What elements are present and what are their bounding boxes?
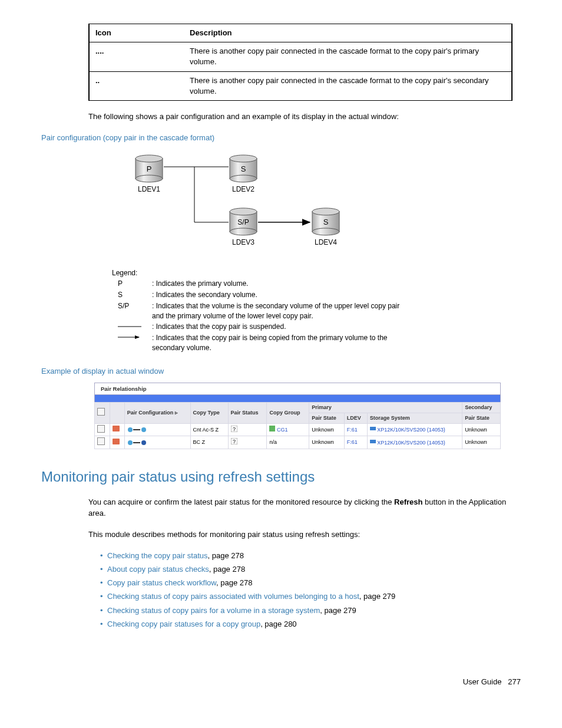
- desc-cell: There is another copy pair connected in …: [184, 42, 512, 71]
- svg-text:LDEV1: LDEV1: [138, 185, 160, 193]
- icon-cell: ....: [89, 42, 184, 71]
- col-icon: [110, 403, 124, 423]
- xref-link[interactable]: Checking copy pair statuses for a copy g…: [107, 620, 260, 628]
- svg-rect-34: [133, 442, 140, 443]
- intro-paragraph: The following shows a pair configuration…: [88, 111, 513, 122]
- page-ref: , page 278: [216, 578, 252, 587]
- svg-point-16: [312, 208, 339, 215]
- xref-link[interactable]: About copy pair status checks: [107, 565, 209, 574]
- section-para-1: You can acquire or confirm the latest pa…: [88, 497, 513, 518]
- list-item: Copy pair status check workflow, page 27…: [100, 578, 521, 588]
- col-pairconf[interactable]: Pair Configuration ▹: [124, 403, 190, 423]
- xref-link[interactable]: Checking status of copy pairs associated…: [107, 592, 359, 601]
- cell-pairconf[interactable]: [124, 423, 190, 436]
- svg-text:LDEV2: LDEV2: [232, 185, 254, 193]
- page-ref: , page 278: [208, 551, 244, 560]
- cell-pairstatus: ?: [228, 436, 267, 449]
- svg-text:S: S: [241, 164, 246, 173]
- col-pairstatus[interactable]: Pair Status: [228, 403, 267, 423]
- cell-pairstate: Unknown: [309, 436, 345, 449]
- xref-link[interactable]: Checking status of copy pairs for a volu…: [107, 606, 320, 615]
- table-row: .... There is another copy pair connecte…: [89, 42, 512, 71]
- legend-table: P: Indicates the primary volume. S: Indi…: [112, 278, 417, 354]
- svg-text:S/P: S/P: [237, 218, 249, 226]
- list-item: Checking status of copy pairs associated…: [100, 591, 521, 602]
- svg-point-12: [230, 228, 257, 235]
- svg-point-17: [312, 228, 339, 235]
- copygroup-icon: [269, 426, 275, 431]
- cell-storage[interactable]: XP12K/10K/SVS200 (14053): [367, 436, 462, 449]
- col-ldev[interactable]: LDEV: [344, 413, 367, 423]
- figure-caption-1: Pair configuration (copy pair in the cas…: [41, 133, 521, 143]
- grid-row: Cnt Ac-S Z ? CG1 Unknown F:61 XP12K/10K/…: [95, 423, 501, 436]
- legend-val: : Indicates that the copy pair is suspen…: [147, 322, 416, 332]
- xref-link[interactable]: Copy pair status check workflow: [107, 578, 216, 587]
- svg-rect-26: [133, 429, 140, 430]
- storage-icon: [370, 439, 376, 444]
- icon-cell: ..: [89, 71, 184, 100]
- legend-val: : Indicates the secondary volume.: [147, 290, 416, 300]
- cell-storage[interactable]: XP12K/10K/SVS200 (14053): [367, 423, 462, 436]
- list-item: Checking the copy pair status, page 278: [100, 551, 521, 561]
- cell-ldev[interactable]: F:61: [344, 436, 367, 449]
- cell-copytype: Cnt Ac-S Z: [190, 423, 228, 436]
- status-unknown-icon: ?: [231, 438, 237, 444]
- col-copytype[interactable]: Copy Type: [190, 403, 228, 423]
- svg-point-2: [135, 175, 163, 182]
- legend-key: S: [113, 290, 146, 300]
- svg-rect-38: [370, 440, 376, 443]
- col-copygroup[interactable]: Copy Group: [267, 403, 309, 423]
- page-ref: , page 279: [320, 606, 356, 615]
- sort-icon: ▹: [175, 410, 178, 416]
- legend-title: Legend:: [112, 268, 521, 278]
- cell-copytype: BC Z: [190, 436, 228, 449]
- col-checkbox: [95, 403, 110, 423]
- footer-label: User Guide: [463, 677, 502, 686]
- page-ref: , page 280: [260, 620, 296, 628]
- col-pairstate[interactable]: Pair State: [309, 413, 345, 423]
- svg-point-11: [230, 208, 257, 215]
- cell-copygroup: n/a: [267, 436, 309, 449]
- cell-ldev[interactable]: F:61: [344, 423, 367, 436]
- cell-pairconf[interactable]: [124, 436, 190, 449]
- svg-text:P: P: [147, 164, 152, 173]
- col-secondary: Secondary: [462, 403, 501, 413]
- col-sec-pairstate[interactable]: Pair State: [462, 413, 501, 423]
- pair-relationship-window: Pair Relationship Pair Configuration ▹ C…: [94, 383, 501, 449]
- cell-copygroup[interactable]: CG1: [267, 423, 309, 436]
- checkbox-icon[interactable]: [97, 408, 105, 416]
- svg-point-35: [141, 440, 146, 445]
- col-storage[interactable]: Storage System: [367, 413, 462, 423]
- svg-point-27: [141, 427, 146, 432]
- status-unknown-icon: ?: [231, 426, 237, 432]
- pair-relationship-grid: Pair Configuration ▹ Copy Type Pair Stat…: [94, 402, 501, 449]
- xref-link[interactable]: Checking the copy pair status: [107, 551, 208, 560]
- legend-key: S/P: [113, 301, 146, 321]
- th-desc: Description: [184, 24, 512, 42]
- th-icon: Icon: [89, 24, 184, 42]
- text: You can acquire or confirm the latest pa…: [88, 498, 394, 506]
- svg-text:?: ?: [232, 426, 235, 432]
- row-icon: [110, 423, 124, 436]
- page-ref: , page 278: [209, 565, 245, 574]
- cell-pairstatus: ?: [228, 423, 267, 436]
- legend-val: : Indicates that the copy pair is being …: [147, 333, 416, 353]
- list-item: About copy pair status checks, page 278: [100, 564, 521, 575]
- svg-point-7: [230, 175, 257, 182]
- svg-rect-31: [370, 427, 376, 430]
- figure-caption-2: Example of display in actual window: [41, 366, 521, 377]
- row-checkbox[interactable]: [97, 437, 105, 445]
- desc-cell: There is another copy pair connected in …: [184, 71, 512, 100]
- svg-rect-24: [113, 426, 120, 431]
- svg-point-25: [128, 427, 133, 432]
- row-checkbox[interactable]: [97, 425, 105, 433]
- page-ref: , page 279: [359, 592, 395, 601]
- legend-val: : Indicates the primary volume.: [147, 279, 416, 289]
- svg-text:?: ?: [232, 439, 235, 444]
- svg-text:LDEV3: LDEV3: [232, 238, 254, 246]
- table-row: .. There is another copy pair connected …: [89, 71, 512, 100]
- link-list: Checking the copy pair status, page 278 …: [100, 551, 521, 630]
- cell-pairstate: Unknown: [309, 423, 345, 436]
- cascade-diagram: P LDEV1 S LDEV2 S/P LDEV3 S LDEV4: [100, 149, 521, 354]
- pair-shape-icon: [127, 427, 147, 433]
